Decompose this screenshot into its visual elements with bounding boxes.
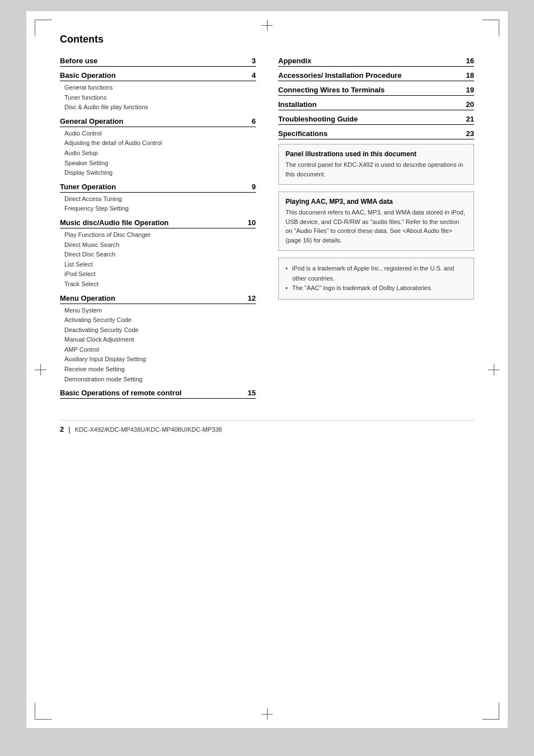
right-toc-row-accessories: Accessories/ Installation Procedure18 (278, 71, 474, 81)
toc-header-menu-operation: Menu Operation12 (60, 294, 256, 304)
toc-header-tuner-operation: Tuner Operation9 (60, 183, 256, 193)
toc-header-basic-operation: Basic Operation4 (60, 71, 256, 81)
toc-item: Adjusting the detail of Audio Control (64, 138, 256, 148)
toc-item: Direct Disc Search (64, 250, 256, 260)
toc-header-general-operation: General Operation6 (60, 117, 256, 127)
crosshair-top (261, 20, 273, 31)
toc-item: Direct Music Search (64, 240, 256, 250)
toc-header-before-use: Before use3 (60, 57, 256, 67)
toc-item: Deactivating Security Code (64, 325, 256, 335)
toc-item: Disc & Audio file play functions (64, 102, 256, 113)
toc-title-before-use: Before use (60, 57, 97, 65)
bullets-box: iPod is a trademark of Apple Inc., regis… (278, 258, 474, 300)
page-title: Contents (60, 34, 474, 45)
right-toc-title-connecting-wires: Connecting Wires to Terminals (278, 86, 385, 94)
toc-section-before-use: Before use3 (60, 57, 256, 67)
toc-items-basic-operation: General functionsTuner functionsDisc & A… (60, 83, 256, 113)
toc-items-tuner-operation: Direct Access TuningFrequency Step Setti… (60, 194, 256, 214)
toc-page-basic-operation: 4 (252, 71, 256, 80)
toc-section-basic-operation: Basic Operation4General functionsTuner f… (60, 71, 256, 113)
corner-mark-tl (35, 20, 51, 36)
info-box-panel-illustrations: Panel illustrations used in this documen… (278, 144, 474, 185)
toc-title-basic-operation: Basic Operation (60, 71, 116, 80)
toc-page-before-use: 3 (252, 57, 256, 65)
right-toc-page-appendix: 16 (466, 57, 474, 65)
toc-item: iPod Select (64, 269, 256, 279)
page-wrapper: Contents Before use3Basic Operation4Gene… (0, 0, 534, 756)
toc-item: Activating Security Code (64, 315, 256, 325)
toc-header-music-disc: Music disc/Audio file Operation10 (60, 218, 256, 228)
left-column: Before use3Basic Operation4General funct… (60, 57, 256, 403)
info-box-text-playing-aac: This document refers to AAC, MP3, and WM… (285, 208, 467, 245)
toc-title-menu-operation: Menu Operation (60, 294, 115, 302)
footer-page-number: 2 (60, 425, 64, 433)
right-toc-page-connecting-wires: 19 (466, 86, 474, 94)
crosshair-left (35, 364, 46, 375)
toc-title-remote-control: Basic Operations of remote control (60, 389, 181, 397)
toc-item: Demonstration mode Setting (64, 375, 256, 385)
info-box-title-playing-aac: Playing AAC, MP3, and WMA data (285, 198, 467, 206)
toc-item: Audio Setup (64, 148, 256, 158)
toc-item: Receive mode Setting (64, 365, 256, 375)
toc-item: AMP Control (64, 345, 256, 355)
corner-mark-tr (483, 20, 499, 36)
right-toc-title-installation: Installation (278, 100, 317, 109)
crosshair-right (488, 364, 499, 375)
toc-header-remote-control: Basic Operations of remote control15 (60, 389, 256, 399)
right-toc-row-installation: Installation20 (278, 100, 474, 110)
toc-items-general-operation: Audio ControlAdjusting the detail of Aud… (60, 129, 256, 178)
footer-model: KDC-X492/KDC-MP438U/KDC-MP408U/KDC-MP338 (75, 426, 222, 433)
toc-item: General functions (64, 83, 256, 93)
corner-mark-br (483, 703, 499, 720)
toc-page-tuner-operation: 9 (252, 183, 256, 191)
right-toc-title-troubleshooting: Troubleshooting Guide (278, 115, 358, 123)
right-toc-row-troubleshooting: Troubleshooting Guide21 (278, 115, 474, 125)
toc-item: Manual Clock Adjustment (64, 335, 256, 345)
toc-title-general-operation: General Operation (60, 117, 123, 125)
toc-item: Auxiliary Input Display Setting (64, 354, 256, 365)
toc-item: Speaker Setting (64, 158, 256, 169)
crosshair-bottom (261, 708, 273, 720)
toc-title-music-disc: Music disc/Audio file Operation (60, 218, 168, 227)
info-box-playing-aac: Playing AAC, MP3, and WMA dataThis docum… (278, 192, 474, 251)
right-toc-title-specifications: Specifications (278, 129, 327, 138)
toc-page-general-operation: 6 (252, 117, 256, 125)
info-box-text-panel-illustrations: The control panel for KDC-X492 is used t… (285, 160, 467, 179)
toc-page-music-disc: 10 (248, 218, 256, 227)
right-toc-row-appendix: Appendix16 (278, 57, 474, 67)
toc-section-menu-operation: Menu Operation12Menu SystemActivating Se… (60, 294, 256, 385)
toc-item: Display Switching (64, 168, 256, 178)
right-toc-page-specifications: 23 (466, 129, 474, 138)
right-toc-title-accessories: Accessories/ Installation Procedure (278, 71, 401, 80)
right-toc-page-accessories: 18 (466, 71, 474, 80)
content-area: Before use3Basic Operation4General funct… (60, 57, 474, 403)
toc-item: Menu System (64, 306, 256, 316)
page: Contents Before use3Basic Operation4Gene… (26, 11, 508, 728)
toc-section-music-disc: Music disc/Audio file Operation10Play Fu… (60, 218, 256, 290)
toc-item: Tuner functions (64, 93, 256, 103)
toc-item: Play Functions of Disc Changer (64, 230, 256, 240)
footer: 2 | KDC-X492/KDC-MP438U/KDC-MP408U/KDC-M… (60, 420, 474, 433)
bullet-item: iPod is a trademark of Apple Inc., regis… (285, 264, 467, 283)
toc-item: Frequency Step Setting (64, 204, 256, 214)
toc-title-tuner-operation: Tuner Operation (60, 183, 116, 191)
right-toc-row-specifications: Specifications23 (278, 129, 474, 139)
toc-page-menu-operation: 12 (248, 294, 256, 302)
toc-item: List Select (64, 260, 256, 270)
toc-items-menu-operation: Menu SystemActivating Security CodeDeact… (60, 306, 256, 385)
toc-item: Track Select (64, 279, 256, 290)
corner-mark-bl (35, 703, 51, 720)
right-toc-title-appendix: Appendix (278, 57, 311, 65)
toc-section-general-operation: General Operation6Audio ControlAdjusting… (60, 117, 256, 178)
right-column: Appendix16Accessories/ Installation Proc… (278, 57, 474, 403)
right-toc-page-installation: 20 (466, 100, 474, 109)
footer-separator: | (68, 425, 70, 433)
toc-items-music-disc: Play Functions of Disc ChangerDirect Mus… (60, 230, 256, 290)
toc-item: Direct Access Tuning (64, 194, 256, 204)
toc-page-remote-control: 15 (248, 389, 256, 397)
info-box-title-panel-illustrations: Panel illustrations used in this documen… (285, 150, 467, 158)
bullet-item: The "AAC" logo is trademark of Dolby Lab… (285, 283, 467, 293)
right-toc-row-connecting-wires: Connecting Wires to Terminals19 (278, 86, 474, 96)
right-toc-page-troubleshooting: 21 (466, 115, 474, 123)
toc-section-tuner-operation: Tuner Operation9Direct Access TuningFreq… (60, 183, 256, 214)
